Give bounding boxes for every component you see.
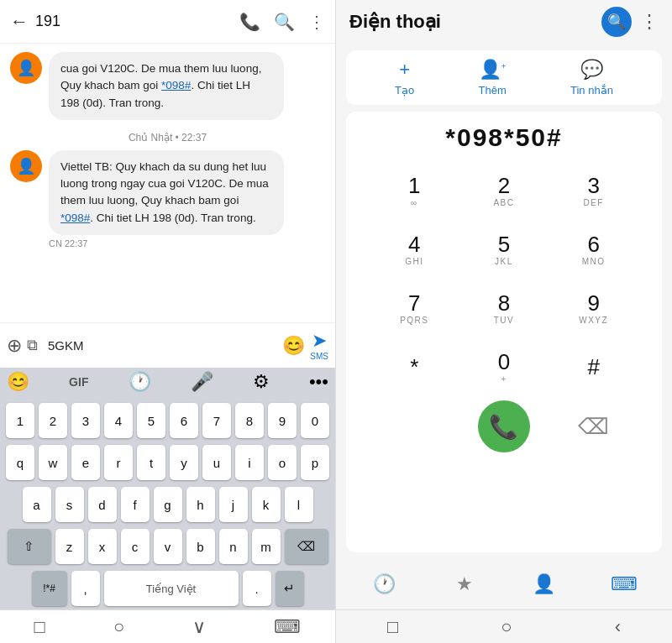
key-g[interactable]: g — [154, 487, 182, 522]
dial-key-7[interactable]: 7 PQRS — [385, 283, 444, 333]
key-t[interactable]: t — [137, 445, 165, 480]
key-c[interactable]: c — [121, 529, 150, 564]
back-nav-icon[interactable]: ∨ — [192, 616, 206, 638]
space-key[interactable]: Tiếng Việt — [104, 571, 239, 606]
key-p[interactable]: p — [301, 445, 329, 480]
backspace-button[interactable]: ⌫ — [568, 400, 620, 452]
key-h[interactable]: h — [186, 487, 215, 522]
dial-num: 4 — [408, 233, 420, 257]
recents-nav[interactable]: 🕐 — [344, 573, 424, 595]
add-icon[interactable]: ⊕ — [7, 335, 22, 357]
dial-key-2[interactable]: 2 ABC — [475, 165, 533, 216]
link[interactable]: *098# — [60, 212, 90, 224]
enter-key[interactable]: ↵ — [276, 571, 304, 606]
keyboard-nav-icon[interactable]: ⌨ — [274, 616, 301, 638]
key-f[interactable]: f — [121, 487, 150, 522]
create-label: Tạo — [395, 84, 414, 97]
shift-key[interactable]: ⇧ — [8, 529, 51, 564]
dialer-search-button[interactable]: 🔍 — [601, 7, 632, 37]
key-m[interactable]: m — [252, 529, 281, 564]
key-i[interactable]: i — [235, 445, 264, 480]
dialer-panel: Điện thoại 🔍 ⋮ + Tạo 👤+ Thêm 💬 Tin nhắn … — [336, 0, 672, 643]
dial-key-6[interactable]: 6 MNO — [564, 224, 623, 274]
favorites-nav[interactable]: ★ — [424, 573, 504, 595]
key-s[interactable]: s — [55, 487, 84, 522]
key-j[interactable]: j — [219, 487, 248, 522]
dial-key-8[interactable]: 8 TUV — [475, 283, 533, 333]
comma-key[interactable]: , — [71, 571, 100, 606]
gif-toolbar-btn[interactable]: GIF — [69, 375, 88, 389]
message-item: 👤 Viettel TB: Quy khach da su dung het l… — [10, 150, 325, 248]
message-action[interactable]: 💬 Tin nhắn — [570, 59, 613, 97]
key-a[interactable]: a — [23, 487, 51, 522]
key-9[interactable]: 9 — [268, 403, 297, 438]
key-o[interactable]: o — [268, 445, 297, 480]
key-b[interactable]: b — [186, 529, 215, 564]
key-0[interactable]: 0 — [301, 403, 329, 438]
call-button[interactable]: 📞 — [478, 400, 530, 452]
key-r[interactable]: r — [104, 445, 133, 480]
empty-space — [388, 400, 440, 452]
dialpad: 1 ∞ 2 ABC 3 DEF 4 GHI 5 — [370, 165, 638, 452]
dialer-more-button[interactable]: ⋮ — [640, 11, 659, 33]
back-nav-icon[interactable]: ‹ — [615, 616, 621, 638]
recent-icon[interactable]: 🕐 — [129, 371, 151, 393]
key-d[interactable]: d — [88, 487, 117, 522]
timestamp-divider: Chủ Nhật • 22:37 — [10, 132, 325, 144]
dialpad-nav[interactable]: ⌨ — [584, 573, 664, 595]
dial-key-9[interactable]: 9 WXYZ — [564, 283, 623, 333]
key-8[interactable]: 8 — [235, 403, 264, 438]
square-nav-icon[interactable]: □ — [34, 616, 45, 638]
key-l[interactable]: l — [285, 487, 313, 522]
symbols-key[interactable]: !*# — [32, 571, 67, 606]
search-icon[interactable]: 🔍 — [274, 12, 295, 32]
key-3[interactable]: 3 — [71, 403, 100, 438]
key-n[interactable]: n — [219, 529, 248, 564]
key-u[interactable]: u — [202, 445, 231, 480]
mic-icon[interactable]: 🎤 — [191, 371, 213, 393]
dial-key-5[interactable]: 5 JKL — [475, 224, 533, 274]
key-5[interactable]: 5 — [137, 403, 165, 438]
key-y[interactable]: y — [170, 445, 198, 480]
key-v[interactable]: v — [154, 529, 182, 564]
circle-nav-icon[interactable]: ○ — [501, 616, 512, 638]
key-q[interactable]: q — [6, 445, 34, 480]
emoji-toolbar-icon[interactable]: 😊 — [7, 371, 29, 393]
period-key[interactable]: . — [243, 571, 271, 606]
key-1[interactable]: 1 — [6, 403, 34, 438]
dial-key-3[interactable]: 3 DEF — [564, 165, 623, 216]
avatar: 👤 — [10, 150, 42, 182]
dial-key-star[interactable]: * — [385, 342, 444, 392]
message-input[interactable] — [43, 335, 277, 356]
emoji-button[interactable]: 😊 — [282, 335, 305, 357]
key-w[interactable]: w — [39, 445, 67, 480]
more-icon[interactable]: ⋮ — [308, 12, 325, 32]
phone-icon[interactable]: 📞 — [239, 12, 260, 32]
back-button[interactable]: ← — [10, 11, 29, 33]
dial-key-4[interactable]: 4 GHI — [385, 224, 444, 274]
key-7[interactable]: 7 — [202, 403, 231, 438]
more-toolbar-icon[interactable]: ••• — [309, 371, 328, 393]
settings-icon[interactable]: ⚙ — [253, 371, 270, 393]
key-z[interactable]: z — [55, 529, 84, 564]
copy-icon[interactable]: ⧉ — [27, 337, 38, 354]
link[interactable]: *098# — [161, 79, 191, 91]
backspace-key[interactable]: ⌫ — [285, 529, 328, 564]
dial-key-0[interactable]: 0 + — [475, 342, 533, 392]
square-nav-icon[interactable]: □ — [387, 616, 398, 638]
dial-key-hash[interactable]: # — [564, 342, 623, 392]
create-action[interactable]: + Tạo — [395, 59, 414, 97]
contact-name: 191 — [35, 13, 239, 30]
dial-key-1[interactable]: 1 ∞ — [385, 165, 444, 216]
keyboard-area: 1 2 3 4 5 6 7 8 9 0 q w e r t y u i — [0, 398, 335, 609]
key-k[interactable]: k — [252, 487, 281, 522]
send-button[interactable]: ➤ SMS — [310, 330, 328, 361]
contacts-nav[interactable]: 👤 — [504, 573, 584, 595]
key-e[interactable]: e — [71, 445, 100, 480]
circle-nav-icon[interactable]: ○ — [113, 616, 124, 638]
add-contact-action[interactable]: 👤+ Thêm — [479, 59, 507, 97]
key-2[interactable]: 2 — [39, 403, 67, 438]
key-6[interactable]: 6 — [170, 403, 198, 438]
key-4[interactable]: 4 — [104, 403, 133, 438]
key-x[interactable]: x — [88, 529, 117, 564]
